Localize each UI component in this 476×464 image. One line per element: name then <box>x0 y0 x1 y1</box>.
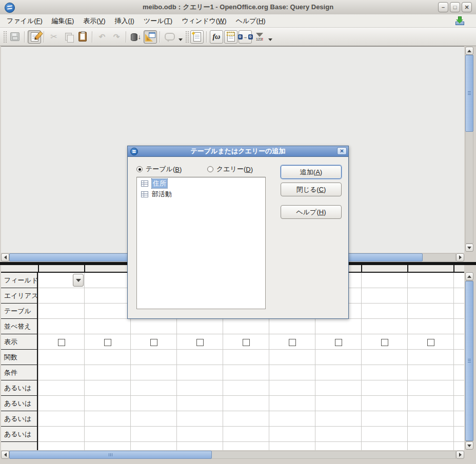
menu-window[interactable]: ウィンドウ(W) <box>177 15 231 27</box>
menu-file[interactable]: ファイル(F) <box>2 15 47 27</box>
radio-queries[interactable]: クエリー(D) <box>207 165 253 174</box>
edit-data-button[interactable] <box>28 30 41 44</box>
copy-button <box>62 30 75 44</box>
toolbar: ✂ ↶ ↷ ↓ ✦ fω 0→0 123! <box>0 28 476 46</box>
close-button[interactable]: ✕ <box>462 2 472 12</box>
add-table-button[interactable]: ✦ <box>190 30 204 44</box>
titlebar: meibo.odb：クエリー1 - OpenOffice.org Base: Q… <box>0 0 476 15</box>
grid-vertical-scrollbar[interactable] <box>464 272 474 450</box>
menu-tools[interactable]: ツール(T) <box>139 15 177 27</box>
visible-checkbox[interactable] <box>196 339 204 346</box>
row-label-criterion: 条件 <box>1 365 37 380</box>
visible-checkbox[interactable] <box>381 339 388 346</box>
row-label-field: フィールド <box>1 273 37 288</box>
paste-icon <box>78 32 87 42</box>
cut-icon: ✂ <box>50 32 57 42</box>
callout-icon <box>165 33 175 41</box>
toolbar-grip[interactable] <box>3 31 7 43</box>
row-label-or: あるいは <box>1 411 37 427</box>
distinct-values-button[interactable]: 123! <box>253 30 266 44</box>
distinct-values-icon: 123! <box>256 33 263 41</box>
save-icon <box>10 32 19 41</box>
visible-checkbox[interactable] <box>104 339 111 346</box>
update-available-icon[interactable] <box>454 16 465 26</box>
field-dropdown-button[interactable] <box>73 274 84 287</box>
visible-checkbox[interactable] <box>150 339 157 346</box>
radio-tables[interactable]: テーブル(B) <box>136 165 182 174</box>
radio-selected-icon <box>136 166 143 172</box>
paste-button[interactable] <box>76 30 89 44</box>
visible-checkbox[interactable] <box>58 339 65 346</box>
menu-edit[interactable]: 編集(E) <box>47 15 78 27</box>
undo-icon: ↶ <box>99 32 106 42</box>
visible-checkbox[interactable] <box>335 339 342 346</box>
design-view-button[interactable] <box>144 30 157 44</box>
scroll-left-button[interactable] <box>1 253 9 261</box>
row-label-table: テーブル <box>1 304 37 319</box>
radio-unselected-icon <box>207 166 213 172</box>
minimize-button[interactable]: – <box>438 2 448 12</box>
grid-horizontal-scrollbar[interactable] <box>1 450 464 460</box>
redo-icon: ↷ <box>113 32 120 42</box>
list-item-juusho[interactable]: 住所 <box>137 178 265 188</box>
chevron-down-icon <box>76 279 81 282</box>
run-query-button[interactable]: ↓ <box>129 30 143 44</box>
menu-insert[interactable]: 挿入(I) <box>110 15 139 27</box>
help-button[interactable]: ヘルプ(H) <box>281 205 342 219</box>
callout-button <box>163 30 176 44</box>
functions-toggle-button[interactable]: fω <box>210 30 223 44</box>
scroll-thumb[interactable] <box>9 451 212 459</box>
dialog-title: テーブルまたはクエリーの追加 <box>128 146 348 156</box>
redo-button: ↷ <box>110 30 123 44</box>
toolbar-more-arrow[interactable] <box>179 38 183 41</box>
toolbar-more-arrow[interactable] <box>268 38 272 41</box>
menu-help[interactable]: ヘルプ(H) <box>231 15 270 27</box>
add-table-icon: ✦ <box>193 32 201 42</box>
add-table-dialog: テーブルまたはクエリーの追加 ✕ テーブル(B) クエリー(D) 住所 部活動 … <box>127 146 349 319</box>
alias-toggle-button[interactable]: 0→0 <box>239 30 252 44</box>
row-label-or: あるいは <box>1 380 37 396</box>
add-button[interactable]: 追加(A) <box>281 165 342 179</box>
table-icon <box>141 191 148 197</box>
row-label-or: あるいは <box>1 396 37 411</box>
table-name-toggle-button[interactable] <box>224 30 237 44</box>
visible-checkbox[interactable] <box>289 339 296 346</box>
visible-checkbox[interactable] <box>243 339 250 346</box>
scroll-thumb[interactable] <box>465 281 473 441</box>
row-label-visible: 表示 <box>1 334 37 350</box>
scroll-down-button[interactable] <box>465 441 473 450</box>
row-label-function: 関数 <box>1 350 37 365</box>
maximize-button[interactable]: □ <box>450 2 460 12</box>
window-title: meibo.odb：クエリー1 - OpenOffice.org Base: Q… <box>0 0 476 14</box>
table-list[interactable]: 住所 部活動 <box>136 177 266 309</box>
toolbar-grip[interactable] <box>185 31 189 43</box>
table-icon <box>141 180 148 187</box>
cut-button: ✂ <box>47 30 61 44</box>
scroll-right-button[interactable] <box>456 451 464 459</box>
save-button <box>8 30 22 44</box>
dialog-titlebar[interactable]: テーブルまたはクエリーの追加 ✕ <box>128 146 348 157</box>
scroll-left-button[interactable] <box>1 451 9 459</box>
list-item-bukatsudou[interactable]: 部活動 <box>137 189 265 199</box>
scroll-right-button[interactable] <box>456 253 464 261</box>
copy-icon <box>65 33 72 41</box>
visible-checkbox[interactable] <box>427 339 434 346</box>
undo-button: ↶ <box>95 30 109 44</box>
scroll-up-button[interactable] <box>465 272 473 280</box>
design-view-icon <box>145 32 155 42</box>
close-dialog-button[interactable]: 閉じる(C) <box>281 183 342 196</box>
row-label-alias: エイリアス <box>1 288 37 304</box>
dialog-close-button[interactable]: ✕ <box>337 147 347 155</box>
upper-vertical-scrollbar[interactable] <box>464 47 474 252</box>
scroll-up-button[interactable] <box>465 47 473 55</box>
menubar: ファイル(F) 編集(E) 表示(V) 挿入(I) ツール(T) ウィンドウ(W… <box>0 14 476 28</box>
edit-icon <box>31 32 38 42</box>
row-label-sort: 並べ替え <box>1 319 37 334</box>
row-label-or: あるいは <box>1 427 37 442</box>
run-query-icon: ↓ <box>131 32 141 42</box>
table-name-icon <box>227 32 235 42</box>
scroll-thumb[interactable] <box>465 55 473 132</box>
alias-icon: 0→0 <box>238 34 253 39</box>
menu-view[interactable]: 表示(V) <box>78 15 110 27</box>
scroll-down-button[interactable] <box>465 244 473 252</box>
